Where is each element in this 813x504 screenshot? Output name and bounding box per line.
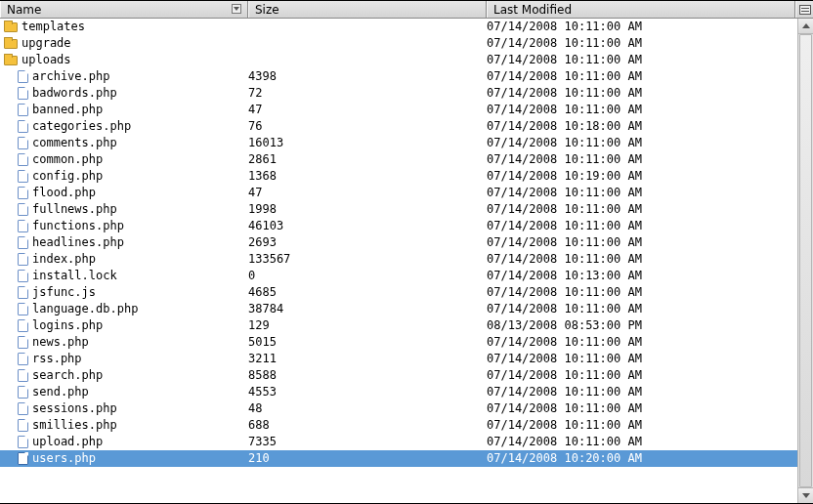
- column-header-modified-label: Last Modified: [493, 3, 572, 17]
- column-header-name[interactable]: Name: [0, 1, 248, 18]
- file-icon: [18, 452, 28, 465]
- file-name: logins.php: [32, 317, 103, 334]
- cell-size: 47: [248, 185, 487, 201]
- cell-name: functions.php: [0, 218, 248, 234]
- cell-modified: 07/14/2008 10:11:00 AM: [487, 301, 797, 317]
- vertical-scrollbar[interactable]: [797, 19, 813, 503]
- cell-name: common.php: [0, 151, 248, 168]
- column-header-row: Name Size Last Modified: [0, 1, 813, 19]
- cell-modified: 07/14/2008 10:13:00 AM: [487, 268, 797, 284]
- cell-name: config.php: [0, 168, 248, 185]
- list-item[interactable]: language.db.php3878407/14/2008 10:11:00 …: [0, 301, 797, 317]
- list-item[interactable]: upload.php733507/14/2008 10:11:00 AM: [0, 434, 797, 450]
- list-item[interactable]: smillies.php68807/14/2008 10:11:00 AM: [0, 417, 797, 434]
- list-item[interactable]: functions.php4610307/14/2008 10:11:00 AM: [0, 218, 797, 234]
- list-item[interactable]: logins.php12908/13/2008 08:53:00 PM: [0, 317, 797, 334]
- chevron-up-icon: [802, 23, 810, 28]
- cell-size: 129: [248, 317, 487, 334]
- cell-modified: 07/14/2008 10:11:00 AM: [487, 68, 797, 85]
- folder-icon: [4, 56, 18, 65]
- file-name: sessions.php: [32, 400, 117, 417]
- list-item[interactable]: badwords.php7207/14/2008 10:11:00 AM: [0, 85, 797, 102]
- cell-modified: 07/14/2008 10:11:00 AM: [487, 334, 797, 351]
- list-item[interactable]: send.php455307/14/2008 10:11:00 AM: [0, 384, 797, 400]
- list-item[interactable]: rss.php321107/14/2008 10:11:00 AM: [0, 351, 797, 367]
- file-name: functions.php: [32, 218, 124, 234]
- list-item[interactable]: categories.php7607/14/2008 10:18:00 AM: [0, 118, 797, 135]
- cell-name: upload.php: [0, 434, 248, 450]
- cell-modified: 08/13/2008 08:53:00 PM: [487, 317, 797, 334]
- cell-modified: 07/14/2008 10:11:00 AM: [487, 234, 797, 251]
- file-icon: [18, 220, 28, 232]
- list-item[interactable]: config.php136807/14/2008 10:19:00 AM: [0, 168, 797, 185]
- file-list[interactable]: templates07/14/2008 10:11:00 AMupgrade07…: [0, 19, 797, 503]
- file-name: install.lock: [32, 268, 117, 284]
- cell-size: 16013: [248, 135, 487, 151]
- column-header-size[interactable]: Size: [248, 1, 487, 18]
- file-name: common.php: [32, 151, 103, 168]
- scrollbar-track[interactable]: [798, 34, 813, 487]
- list-item[interactable]: archive.php439807/14/2008 10:11:00 AM: [0, 68, 797, 85]
- cell-size: [248, 52, 487, 68]
- cell-size: 4553: [248, 384, 487, 400]
- list-item[interactable]: headlines.php269307/14/2008 10:11:00 AM: [0, 234, 797, 251]
- cell-name: uploads: [0, 52, 248, 68]
- list-item[interactable]: news.php501507/14/2008 10:11:00 AM: [0, 334, 797, 351]
- cell-modified: 07/14/2008 10:11:00 AM: [487, 417, 797, 434]
- file-icon: [18, 236, 28, 249]
- cell-size: 5015: [248, 334, 487, 351]
- file-name: categories.php: [32, 118, 131, 135]
- list-item[interactable]: install.lock007/14/2008 10:13:00 AM: [0, 268, 797, 284]
- list-item[interactable]: templates07/14/2008 10:11:00 AM: [0, 19, 797, 35]
- cell-name: users.php: [0, 450, 248, 467]
- list-item[interactable]: upgrade07/14/2008 10:11:00 AM: [0, 35, 797, 52]
- file-icon: [18, 402, 28, 415]
- cell-name: headlines.php: [0, 234, 248, 251]
- list-item[interactable]: flood.php4707/14/2008 10:11:00 AM: [0, 185, 797, 201]
- list-item[interactable]: common.php286107/14/2008 10:11:00 AM: [0, 151, 797, 168]
- cell-size: 2861: [248, 151, 487, 168]
- cell-name: banned.php: [0, 102, 248, 118]
- cell-size: 1368: [248, 168, 487, 185]
- cell-modified: 07/14/2008 10:11:00 AM: [487, 35, 797, 52]
- cell-size: 688: [248, 417, 487, 434]
- cell-size: 210: [248, 450, 487, 467]
- cell-modified: 07/14/2008 10:18:00 AM: [487, 118, 797, 135]
- list-item[interactable]: comments.php1601307/14/2008 10:11:00 AM: [0, 135, 797, 151]
- list-item[interactable]: search.php858807/14/2008 10:11:00 AM: [0, 367, 797, 384]
- cell-modified: 07/14/2008 10:11:00 AM: [487, 284, 797, 301]
- file-name: news.php: [32, 334, 89, 351]
- cell-modified: 07/14/2008 10:11:00 AM: [487, 102, 797, 118]
- cell-modified: 07/14/2008 10:11:00 AM: [487, 135, 797, 151]
- column-header-size-label: Size: [255, 3, 279, 17]
- column-chooser-button[interactable]: [795, 1, 813, 18]
- cell-size: 7335: [248, 434, 487, 450]
- scroll-up-button[interactable]: [798, 19, 813, 34]
- cell-modified: 07/14/2008 10:11:00 AM: [487, 251, 797, 268]
- file-icon: [18, 137, 28, 149]
- file-name: banned.php: [32, 102, 103, 118]
- list-item[interactable]: sessions.php4807/14/2008 10:11:00 AM: [0, 400, 797, 417]
- scrollbar-thumb[interactable]: [799, 34, 812, 487]
- column-chooser-icon: [799, 5, 811, 15]
- cell-name: categories.php: [0, 118, 248, 135]
- cell-size: 3211: [248, 351, 487, 367]
- list-item[interactable]: jsfunc.js468507/14/2008 10:11:00 AM: [0, 284, 797, 301]
- list-item[interactable]: banned.php4707/14/2008 10:11:00 AM: [0, 102, 797, 118]
- list-item[interactable]: users.php21007/14/2008 10:20:00 AM: [0, 450, 797, 467]
- list-item[interactable]: index.php13356707/14/2008 10:11:00 AM: [0, 251, 797, 268]
- list-item[interactable]: fullnews.php199807/14/2008 10:11:00 AM: [0, 201, 797, 218]
- cell-name: news.php: [0, 334, 248, 351]
- scroll-down-button[interactable]: [798, 487, 813, 503]
- file-icon: [18, 203, 28, 216]
- file-icon: [18, 419, 28, 432]
- file-icon: [18, 303, 28, 315]
- file-name: uploads: [21, 52, 71, 68]
- file-name: config.php: [32, 168, 103, 185]
- file-icon: [18, 104, 28, 116]
- file-name: headlines.php: [32, 234, 124, 251]
- column-header-modified[interactable]: Last Modified: [487, 1, 795, 18]
- cell-size: 38784: [248, 301, 487, 317]
- list-item[interactable]: uploads07/14/2008 10:11:00 AM: [0, 52, 797, 68]
- cell-name: index.php: [0, 251, 248, 268]
